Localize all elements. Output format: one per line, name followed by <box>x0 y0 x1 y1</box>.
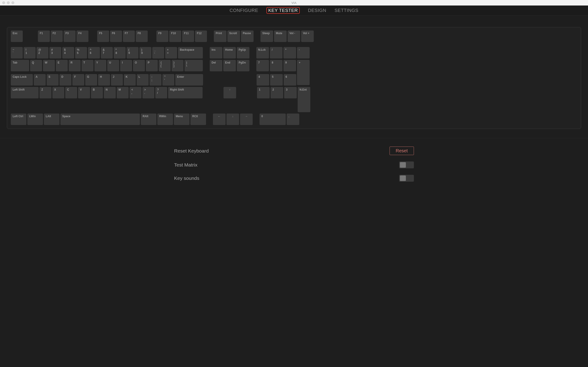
key-2[interactable]: @ 2 <box>36 47 48 58</box>
key-f1[interactable]: F1 <box>38 31 50 42</box>
key-rbracket[interactable]: } ] <box>172 60 183 71</box>
key-space[interactable]: Space <box>61 114 140 125</box>
key-right-win[interactable]: RWin <box>157 114 173 125</box>
key-numpad-9[interactable]: 9 <box>284 60 296 71</box>
key-grave[interactable]: ~ ` <box>11 47 23 58</box>
key-print[interactable]: Print <box>214 31 226 42</box>
key-mute[interactable]: Mute <box>274 31 287 42</box>
key-f6[interactable]: F6 <box>110 31 122 42</box>
key-f2[interactable]: F2 <box>51 31 63 42</box>
key-sleep[interactable]: Sleep <box>260 31 273 42</box>
tab-configure[interactable]: CONFIGURE <box>230 8 258 13</box>
key-backspace[interactable]: Backspace <box>178 47 203 58</box>
key-minus[interactable]: _ - <box>152 47 164 58</box>
key-left-arrow[interactable]: ← <box>213 114 225 125</box>
key-o[interactable]: O <box>133 60 145 71</box>
key-a[interactable]: A <box>34 74 46 85</box>
key-numpad-0[interactable]: 0 <box>259 114 286 125</box>
key-y[interactable]: Y <box>95 60 106 71</box>
minimize-icon[interactable] <box>7 1 10 4</box>
key-f7[interactable]: F7 <box>123 31 135 42</box>
key-r[interactable]: R <box>69 60 81 71</box>
key-9[interactable]: ( 9 <box>127 47 138 58</box>
key-w[interactable]: W <box>43 60 55 71</box>
key-delete[interactable]: Del <box>210 60 222 71</box>
key-0[interactable]: ) 0 <box>139 47 151 58</box>
key-f[interactable]: F <box>72 74 84 85</box>
key-scroll[interactable]: Scroll <box>227 31 240 42</box>
key-numpad-slash[interactable]: / <box>270 47 283 58</box>
key-f8[interactable]: F8 <box>136 31 148 42</box>
key-numpad-minus[interactable]: - <box>297 47 310 58</box>
key-lbracket[interactable]: { [ <box>159 60 171 71</box>
key-up-arrow[interactable]: ↑ <box>224 87 236 98</box>
key-numpad-5[interactable]: 5 <box>270 74 283 85</box>
key-p[interactable]: P <box>146 60 158 71</box>
key-1[interactable]: ! 1 <box>24 47 36 58</box>
key-f11[interactable]: F11 <box>182 31 194 42</box>
key-right-ctrl[interactable]: RCtl <box>190 114 206 125</box>
key-numpad-7[interactable]: 7 <box>256 60 269 71</box>
close-icon[interactable] <box>2 1 5 4</box>
key-left-alt[interactable]: LAlt <box>44 114 60 125</box>
key-numpad-dot[interactable]: . <box>287 114 299 125</box>
key-pause[interactable]: Pause <box>241 31 254 42</box>
key-numpad-8[interactable]: 8 <box>270 60 283 71</box>
key-8[interactable]: * 8 <box>114 47 126 58</box>
key-f5[interactable]: F5 <box>97 31 109 42</box>
tab-design[interactable]: DESIGN <box>308 8 326 13</box>
key-m[interactable]: M <box>117 87 129 98</box>
key-6[interactable]: ^ 6 <box>88 47 100 58</box>
key-f9[interactable]: F9 <box>156 31 168 42</box>
key-f3[interactable]: F3 <box>64 31 76 42</box>
key-right-shift[interactable]: Right Shift <box>168 87 203 98</box>
key-i[interactable]: I <box>120 60 132 71</box>
key-equal[interactable]: + = <box>165 47 177 58</box>
zoom-icon[interactable] <box>11 1 14 4</box>
key-semicolon[interactable]: : ; <box>149 74 162 85</box>
key-home[interactable]: Home <box>223 47 236 58</box>
key-k[interactable]: K <box>124 74 136 85</box>
key-numpad-2[interactable]: 2 <box>271 87 283 98</box>
key-down-arrow[interactable]: ↓ <box>226 114 239 125</box>
key-g[interactable]: G <box>85 74 97 85</box>
key-numpad-plus[interactable]: + <box>297 60 310 85</box>
key-end[interactable]: End <box>223 60 236 71</box>
key-f10[interactable]: F10 <box>169 31 181 42</box>
key-left-win[interactable]: LWin <box>27 114 43 125</box>
key-comma[interactable]: < , <box>130 87 141 98</box>
key-5[interactable]: % 5 <box>75 47 87 58</box>
key-capslock[interactable]: Caps Lock <box>11 74 33 85</box>
key-4[interactable]: $ 4 <box>62 47 74 58</box>
key-s[interactable]: S <box>47 74 59 85</box>
key-7[interactable]: & 7 <box>101 47 113 58</box>
key-n[interactable]: N <box>104 87 116 98</box>
key-esc[interactable]: Esc <box>11 31 23 42</box>
key-numpad-1[interactable]: 1 <box>257 87 270 98</box>
key-vol-down[interactable]: Vol - <box>288 31 300 42</box>
key-period[interactable]: > . <box>142 87 154 98</box>
key-numpad-enter[interactable]: N.Ent <box>298 87 310 112</box>
key-backslash[interactable]: | \ <box>184 60 203 71</box>
key-f4[interactable]: F4 <box>77 31 88 42</box>
reset-button[interactable]: Reset <box>389 147 414 155</box>
key-d[interactable]: D <box>60 74 71 85</box>
key-vol-up[interactable]: Vol + <box>301 31 314 42</box>
key-u[interactable]: U <box>107 60 119 71</box>
key-numpad-6[interactable]: 6 <box>284 74 296 85</box>
key-c[interactable]: C <box>65 87 77 98</box>
key-q[interactable]: Q <box>30 60 42 71</box>
key-insert[interactable]: Ins <box>210 47 222 58</box>
key-z[interactable]: Z <box>40 87 52 98</box>
key-sounds-toggle[interactable] <box>399 175 414 182</box>
key-f12[interactable]: F12 <box>195 31 207 42</box>
key-numpad-3[interactable]: 3 <box>284 87 297 98</box>
key-h[interactable]: H <box>98 74 110 85</box>
key-e[interactable]: E <box>56 60 68 71</box>
key-tab[interactable]: Tab <box>11 60 29 71</box>
key-slash[interactable]: ? / <box>155 87 167 98</box>
key-t[interactable]: T <box>82 60 94 71</box>
key-left-shift[interactable]: Left Shift <box>11 87 39 98</box>
key-enter[interactable]: Enter <box>175 74 203 85</box>
key-numpad-star[interactable]: * <box>284 47 296 58</box>
